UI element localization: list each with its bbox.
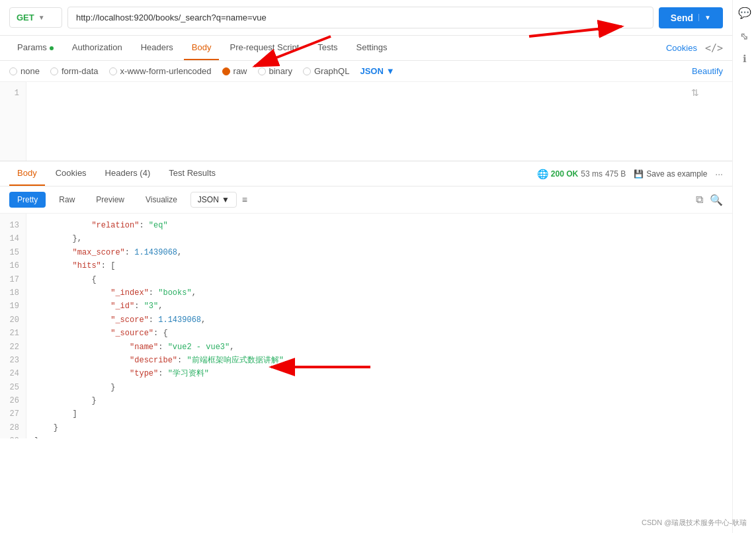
more-options-icon[interactable]: ··· [715,169,723,179]
json-line-21: "_source": { [34,327,724,340]
send-chevron-icon: ▼ [698,14,711,21]
send-label: Send [671,13,693,23]
option-graphql[interactable]: GraphQL [303,66,349,76]
editor-content[interactable] [26,82,732,161]
filter-icon[interactable]: ≡ [242,194,247,205]
beautify-button[interactable]: Beautify [692,66,723,76]
option-none[interactable]: none [9,66,40,76]
resp-line-num: 29 [7,434,19,438]
json-dropdown-chevron: ▼ [386,66,395,76]
resp-line-num: 27 [7,407,19,421]
cookies-link[interactable]: Cookies [666,43,697,53]
option-urlencoded[interactable]: x-www-form-urlencoded [109,66,212,76]
search-icon[interactable]: 🔍 [710,194,723,206]
resp-line-num: 23 [7,354,19,367]
option-form-data[interactable]: form-data [50,66,99,76]
radio-none [9,67,17,75]
radio-urlencoded [109,67,117,75]
json-line-18: "_index": "books", [34,286,724,300]
json-line-16: "hits": [ [34,259,724,272]
resp-line-num: 13 [7,219,19,232]
format-pretty[interactable]: Pretty [9,192,46,208]
json-line-27: ] [34,407,724,421]
response-line-numbers: 13 14 15 16 17 18 19 20 21 22 23 24 25 2… [0,214,26,438]
response-meta: 🌐 200 OK 53 ms 475 B 💾 Save as example ·… [537,169,723,179]
watermark: CSDN @瑞晟技术服务中心-耿瑞 [642,518,747,528]
radio-graphql [303,67,311,75]
json-line-15: "max_score": 1.1439068, [34,246,724,259]
status-ok: 200 OK [551,169,578,179]
response-json-content: "relation": "eq" }, "max_score": 1.14390… [26,214,732,438]
json-line-28: } [34,421,724,434]
chat-icon[interactable]: 💬 [738,7,751,19]
resp-tab-body[interactable]: Body [9,161,45,186]
request-editor-wrap: 1 ⇅ [0,82,732,161]
option-raw[interactable]: raw [222,66,247,76]
globe-icon: 🌐 [537,169,548,179]
json-line-14: }, [34,232,724,245]
json-line-19: "_id": "3", [34,300,724,313]
response-right-icons: ⧉ 🔍 [696,194,723,206]
url-input[interactable] [67,7,653,28]
method-chevron-icon: ▼ [38,14,45,21]
json-line-17: { [34,273,724,286]
resp-line-num: 20 [7,313,19,327]
save-example-label: Save as example [646,169,707,179]
tab-params[interactable]: Params [9,36,62,60]
json-line-24: "type": "学习资料" [34,367,724,380]
json-line-22: "name": "vue2 - vue3", [34,341,724,354]
resp-line-num: 14 [7,232,19,245]
option-binary[interactable]: binary [258,66,292,76]
resp-line-num: 26 [7,394,19,407]
response-body[interactable]: 13 14 15 16 17 18 19 20 21 22 23 24 25 2… [0,214,732,438]
line-number: 1 [7,87,19,100]
response-tabs: Body Cookies Headers (4) Test Results 🌐 … [0,161,732,186]
json-response-chevron: ▼ [222,195,230,204]
json-format-dropdown[interactable]: JSON ▼ [360,66,394,76]
resp-line-num: 15 [7,246,19,259]
json-line-29: } [34,434,724,438]
resp-tab-headers[interactable]: Headers (4) [97,161,159,186]
resize-handle-icon[interactable]: ⇅ [691,87,699,98]
response-size: 475 B [605,169,626,179]
tab-headers[interactable]: Headers [133,36,181,60]
body-options: none form-data x-www-form-urlencoded raw… [0,61,732,82]
format-preview[interactable]: Preview [88,192,132,208]
resp-line-num: 24 [7,367,19,380]
json-line-20: "_score": 1.1439068, [34,313,724,327]
tab-settings[interactable]: Settings [349,36,396,60]
resp-tab-cookies[interactable]: Cookies [48,161,95,186]
request-tabs: Params Authorization Headers Body Pre-re… [0,36,732,61]
resp-line-num: 17 [7,273,19,286]
send-button[interactable]: Send ▼ [659,7,723,28]
response-format-bar: Pretty Raw Preview Visualize JSON ▼ ≡ ⧉ … [0,186,732,214]
params-dot [50,46,54,50]
format-visualize[interactable]: Visualize [138,192,185,208]
radio-binary [258,67,266,75]
info-icon[interactable]: ℹ [743,53,747,65]
resize-icon[interactable]: ⇔ [737,28,752,44]
tab-pre-request[interactable]: Pre-request Script [222,36,307,60]
resp-line-num: 21 [7,327,19,340]
request-tabs-right: Cookies </> [666,42,723,54]
resp-line-num: 25 [7,381,19,394]
json-line-26: } [34,394,724,407]
save-example-button[interactable]: 💾 Save as example [634,169,707,179]
tab-tests[interactable]: Tests [310,36,345,60]
main-container: 💬 ⇔ ℹ GET ▼ Send ▼ Params Authorization … [0,0,756,533]
response-time: 53 ms [581,169,603,179]
tab-body[interactable]: Body [184,36,220,60]
json-response-dropdown[interactable]: JSON ▼ [190,192,237,208]
resp-line-num: 22 [7,341,19,354]
format-raw[interactable]: Raw [51,192,83,208]
code-icon[interactable]: </> [705,42,723,54]
json-line-13: "relation": "eq" [34,219,724,232]
resp-tab-test-results[interactable]: Test Results [161,161,224,186]
tab-authorization[interactable]: Authorization [64,36,130,60]
method-select[interactable]: GET ▼ [9,7,62,28]
resp-line-num: 16 [7,259,19,272]
request-line-numbers: 1 [0,82,26,161]
copy-icon[interactable]: ⧉ [696,194,703,206]
json-format-label: JSON [360,66,383,76]
radio-form-data [50,67,58,75]
